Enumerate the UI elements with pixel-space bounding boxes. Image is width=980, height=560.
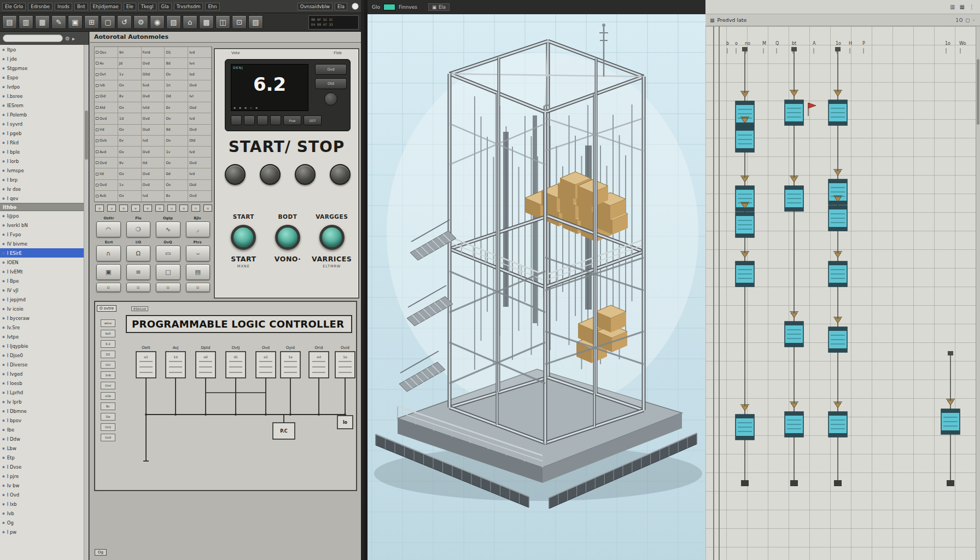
tree-item[interactable]: ▪I jepjmd	[0, 295, 84, 304]
panel-button[interactable]: ▭	[156, 246, 180, 261]
display-key[interactable]	[231, 115, 242, 125]
display-key[interactable]	[270, 115, 281, 125]
push-button[interactable]	[330, 164, 351, 185]
tree-item[interactable]: ▪I jde	[0, 54, 84, 63]
tree-item[interactable]: ▪Ivtpe	[0, 332, 84, 341]
tree-item[interactable]: ▪I loesb	[0, 378, 84, 388]
panel-button[interactable]: ▣	[96, 264, 121, 280]
scrollbar-thumb[interactable]	[85, 110, 88, 160]
tree-item[interactable]: ▪Iv bw	[0, 481, 84, 490]
push-button[interactable]	[295, 164, 316, 185]
panel-button[interactable]: ◞	[186, 221, 211, 237]
tree-item[interactable]: ▪I bple	[0, 147, 84, 156]
target-icon[interactable]: ⊡	[232, 15, 247, 29]
tree-item[interactable]: ▪I syvrd	[0, 119, 84, 129]
sidebar-scrollbar[interactable]	[84, 45, 89, 560]
tree-item[interactable]: ▪Iverkl bN	[0, 220, 84, 230]
panel-button[interactable]: ▫	[186, 283, 211, 292]
tree-item[interactable]: ▪I ljqypbie	[0, 341, 84, 351]
tree-item[interactable]: ▪I Djse0	[0, 351, 84, 360]
illuminated-push-button[interactable]	[275, 225, 300, 250]
tree-item[interactable]: ▪I Rkd	[0, 138, 84, 147]
menu-item[interactable]: Trvsrhsdm	[174, 3, 203, 10]
tree-item[interactable]: ▪I Diverse	[0, 360, 84, 369]
tree-item[interactable]: ▪I bpov	[0, 416, 84, 425]
display-function-button[interactable]: Otd	[315, 78, 347, 89]
panel-button[interactable]: ∩	[96, 246, 121, 261]
tree-item[interactable]: ▪Iv lprb	[0, 397, 84, 406]
plc-ladder-diagram[interactable]: Oetto1AvJ1dDptdo0OvtJd1Ovdo1Oyid1oOridod…	[120, 336, 355, 489]
display-knob[interactable]	[324, 92, 337, 106]
panel-button[interactable]: ◠	[96, 221, 121, 237]
home-icon[interactable]: ⌂	[183, 15, 197, 29]
tree-item[interactable]: ▪I Ovd	[0, 490, 84, 499]
tree-item[interactable]: ▪I pgeb	[0, 129, 84, 138]
panel-icon[interactable]: ▦	[960, 4, 965, 10]
ladder-scrollbar[interactable]	[976, 26, 980, 560]
open-folder-icon[interactable]: ▥	[19, 15, 33, 29]
record-icon[interactable]: ◉	[150, 15, 165, 29]
tree-item[interactable]: ▪Iv.Sre	[0, 323, 84, 332]
menu-item[interactable]: Ele	[124, 3, 136, 10]
tree-item[interactable]: ▪I Bpe	[0, 276, 84, 285]
tree-item[interactable]: ▪I IvEMt	[0, 267, 84, 276]
tree-item[interactable]: ▪I Dvse	[0, 462, 84, 471]
menu-item[interactable]: Bnt	[74, 3, 88, 10]
tree-item[interactable]: ▪IESrem	[0, 101, 84, 110]
tree-item[interactable]: ▪Ivmspe	[0, 166, 84, 175]
tree-item[interactable]: ▪Ivb	[0, 509, 84, 518]
save-icon[interactable]: ▦	[35, 15, 50, 29]
ladder-canvas[interactable]: bonoMQbtA1oHP1oWo	[705, 26, 980, 560]
display-key[interactable]	[257, 115, 268, 125]
push-button[interactable]	[260, 164, 281, 185]
tree-item[interactable]: ▪Lbw	[0, 444, 84, 453]
display-function-button[interactable]: Ovd	[315, 64, 347, 75]
panel-button[interactable]: ≡	[126, 264, 151, 280]
menu-item[interactable]: Ela	[335, 3, 347, 10]
expand-icon[interactable]: ▸	[72, 36, 75, 42]
tree-item[interactable]: ▪Ivdpo	[0, 82, 84, 91]
isometric-structure-canvas[interactable]	[368, 14, 705, 560]
illuminated-push-button[interactable]	[319, 225, 345, 250]
menu-item[interactable]: lnsds	[55, 3, 72, 10]
search-input[interactable]	[3, 34, 63, 42]
panel-button[interactable]: ▤	[186, 264, 211, 280]
ladder-logic-diagram[interactable]: bonoMQbtA1oHP1oWo	[705, 26, 976, 560]
menu-item[interactable]: Gla	[159, 3, 172, 10]
tree-item[interactable]: ▪I Dbmne	[0, 406, 84, 416]
tree-item[interactable]: ▪I brp	[0, 175, 84, 184]
plc-tab[interactable]: O ovtre	[97, 305, 116, 312]
tree-item[interactable]: ▪IV vJl	[0, 285, 84, 295]
menu-item[interactable]: Ovnsaidvblw	[298, 3, 332, 10]
tree-item[interactable]: ▪I Polemb	[0, 110, 84, 119]
tree-item[interactable]: ▪I lxb	[0, 499, 84, 509]
tree-item[interactable]: ▪I.bsree	[0, 91, 84, 101]
tree-item[interactable]: ▪I@po	[0, 211, 84, 220]
display-key[interactable]	[244, 115, 255, 125]
undo-icon[interactable]: ↺	[117, 15, 132, 29]
panel-button[interactable]: ▫	[96, 283, 121, 292]
menu-item[interactable]: Edrsnbe	[28, 3, 52, 10]
menu-item[interactable]: Ehn	[205, 3, 219, 10]
tree-item[interactable]: ▪Og	[0, 518, 84, 527]
gear-icon[interactable]: ⚙	[65, 36, 70, 42]
grid-icon[interactable]: ⊞	[84, 15, 99, 29]
tree-item[interactable]: ▪I Lprhd	[0, 388, 84, 397]
tree-item[interactable]: ▪I byceraw	[0, 313, 84, 323]
panel-icon[interactable]: ⋮	[969, 4, 975, 10]
tree-item[interactable]: ▪Espo	[0, 73, 84, 82]
ladder-header-controls[interactable]: 1O ▢ ◦	[955, 18, 976, 23]
panel-icon[interactable]: ▥	[950, 4, 955, 10]
new-doc-icon[interactable]: ▤	[2, 15, 17, 29]
tree-item[interactable]: ▪Stgpmse	[0, 63, 84, 73]
panel-button[interactable]: ∿	[156, 221, 180, 237]
tree-item[interactable]: ▪Iv icoie	[0, 304, 84, 313]
tree-section-header[interactable]: Ithbo	[0, 203, 84, 211]
window-icon[interactable]: ◫	[215, 15, 230, 29]
display-wide-key[interactable]: OST	[304, 115, 322, 125]
color-swatch[interactable]	[383, 4, 395, 10]
monitor-icon[interactable]: ▣	[68, 15, 83, 29]
tree-item[interactable]: ▪Iv dse	[0, 184, 84, 194]
panel-button[interactable]: □	[156, 264, 180, 280]
tree-item[interactable]: ▪I ESirE	[0, 248, 84, 258]
